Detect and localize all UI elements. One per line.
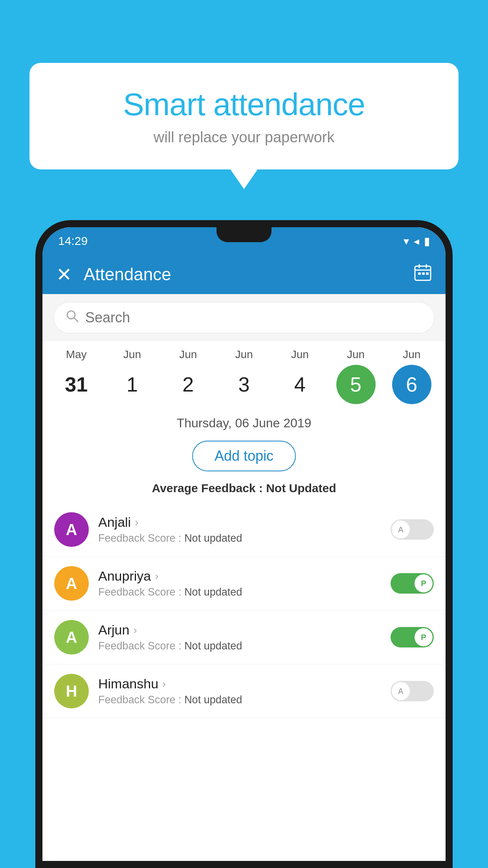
student-item[interactable]: AArjun ›Feedback Score : Not updatedP [42, 611, 446, 664]
search-input[interactable] [85, 309, 422, 326]
student-info: Anupriya ›Feedback Score : Not updated [98, 568, 391, 598]
avatar: A [54, 620, 89, 655]
attendance-toggle[interactable]: A [391, 681, 434, 701]
add-topic-button[interactable]: Add topic [192, 441, 296, 471]
month-label: Jun [347, 348, 365, 361]
notch [216, 227, 272, 242]
student-item[interactable]: AAnjali ›Feedback Score : Not updatedA [42, 503, 446, 557]
day-number: 31 [57, 365, 96, 404]
student-info: Himanshu ›Feedback Score : Not updated [98, 676, 391, 706]
student-item[interactable]: HHimanshu ›Feedback Score : Not updatedA [42, 664, 446, 718]
chevron-right-icon: › [133, 624, 137, 636]
battery-icon: ▮ [424, 235, 430, 248]
day-number: 5 [336, 365, 376, 404]
date-header: Thursday, 06 June 2019 [42, 407, 446, 436]
search-bar-container [42, 294, 446, 341]
student-name: Anupriya › [98, 568, 391, 584]
add-topic-container: Add topic [42, 436, 446, 478]
day-number: 6 [392, 365, 431, 404]
status-bar: 14:29 ▾ ◂ ▮ [42, 227, 446, 255]
calendar-icon[interactable] [414, 263, 432, 285]
day-number: 4 [280, 365, 319, 404]
attendance-toggle[interactable]: P [391, 573, 434, 594]
toggle-switch[interactable]: P [391, 573, 434, 594]
day-number: 3 [224, 365, 264, 404]
avatar: A [54, 566, 89, 601]
month-label: Jun [179, 348, 197, 361]
speech-bubble-title: Smart attendance [57, 86, 431, 123]
month-label: Jun [235, 348, 253, 361]
avatar: A [54, 512, 89, 547]
calendar-day[interactable]: Jun2 [165, 348, 212, 404]
feedback-score-value: Not updated [184, 586, 242, 598]
calendar-day[interactable]: Jun5 [332, 348, 380, 404]
student-info: Anjali ›Feedback Score : Not updated [98, 515, 391, 544]
feedback-score: Feedback Score : Not updated [98, 532, 391, 544]
month-label: Jun [403, 348, 420, 361]
month-label: Jun [291, 348, 309, 361]
average-feedback: Average Feedback : Not Updated [42, 478, 446, 503]
feedback-score-value: Not updated [184, 532, 242, 544]
feedback-score: Feedback Score : Not updated [98, 694, 391, 706]
toggle-switch[interactable]: P [391, 627, 434, 647]
signal-icon: ◂ [414, 235, 419, 248]
feedback-value: Not Updated [266, 482, 336, 495]
toggle-thumb: P [415, 574, 433, 592]
chevron-right-icon: › [162, 678, 166, 690]
speech-bubble-container: Smart attendance will replace your paper… [29, 63, 459, 169]
calendar-day[interactable]: Jun4 [276, 348, 323, 404]
feedback-score-value: Not updated [184, 640, 242, 652]
month-label: Jun [123, 348, 141, 361]
chevron-right-icon: › [155, 570, 158, 583]
svg-rect-6 [426, 272, 429, 275]
svg-rect-4 [418, 272, 421, 275]
toggle-thumb: A [392, 520, 410, 539]
calendar-day[interactable]: May31 [53, 348, 100, 404]
student-name: Himanshu › [98, 676, 391, 691]
search-icon [66, 309, 79, 326]
wifi-icon: ▾ [404, 235, 409, 248]
toggle-thumb: P [415, 628, 433, 646]
avatar: H [54, 674, 89, 708]
speech-bubble: Smart attendance will replace your paper… [29, 63, 459, 169]
day-number: 2 [169, 365, 208, 404]
close-button[interactable]: ✕ [56, 263, 72, 285]
student-name: Anjali › [98, 515, 391, 530]
toggle-switch[interactable]: A [391, 681, 434, 701]
student-info: Arjun ›Feedback Score : Not updated [98, 622, 391, 652]
phone-frame: 14:29 ▾ ◂ ▮ ✕ Attendance [35, 220, 453, 868]
month-label: May [66, 348, 87, 361]
calendar-day[interactable]: Jun1 [108, 348, 156, 404]
status-time: 14:29 [58, 234, 88, 248]
search-bar [53, 302, 435, 333]
status-icons: ▾ ◂ ▮ [404, 235, 430, 248]
calendar-day[interactable]: Jun3 [220, 348, 268, 404]
attendance-toggle[interactable]: A [391, 519, 434, 540]
calendar-day[interactable]: Jun6 [388, 348, 435, 404]
student-name: Arjun › [98, 622, 391, 638]
student-list: AAnjali ›Feedback Score : Not updatedAAA… [42, 503, 446, 718]
app-bar-title: Attendance [84, 265, 414, 284]
toggle-switch[interactable]: A [391, 519, 434, 540]
toggle-thumb: A [392, 682, 410, 700]
svg-line-8 [74, 318, 78, 322]
feedback-label-text: Average Feedback : [152, 482, 266, 495]
attendance-toggle[interactable]: P [391, 627, 434, 647]
feedback-score: Feedback Score : Not updated [98, 640, 391, 652]
app-bar: ✕ Attendance [42, 255, 446, 294]
feedback-score: Feedback Score : Not updated [98, 586, 391, 598]
chevron-right-icon: › [135, 516, 138, 529]
calendar-section: May31Jun1Jun2Jun3Jun4Jun5Jun6 [42, 341, 446, 407]
student-item[interactable]: AAnupriya ›Feedback Score : Not updatedP [42, 557, 446, 611]
day-number: 1 [112, 365, 152, 404]
speech-bubble-subtitle: will replace your paperwork [57, 129, 431, 146]
month-row: May31Jun1Jun2Jun3Jun4Jun5Jun6 [42, 348, 446, 404]
phone-inner: 14:29 ▾ ◂ ▮ ✕ Attendance [42, 227, 446, 861]
svg-rect-5 [422, 272, 425, 275]
feedback-score-value: Not updated [184, 694, 242, 706]
